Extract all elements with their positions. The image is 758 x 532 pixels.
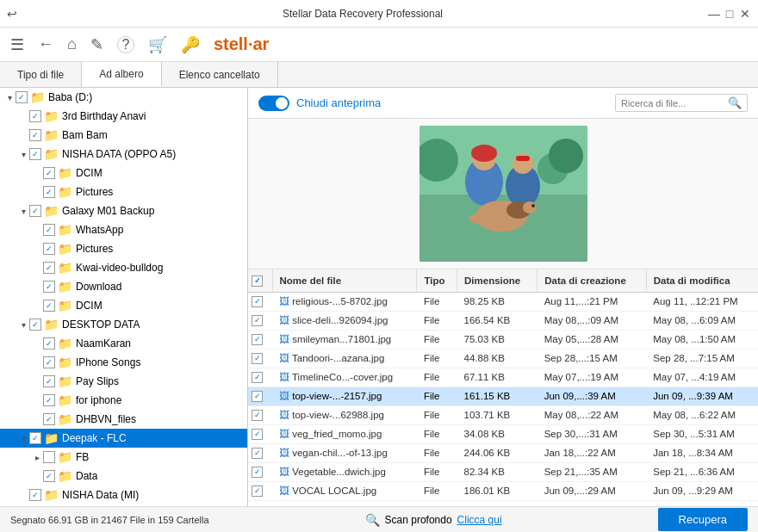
tree-item-checkbox[interactable] <box>29 205 41 217</box>
tree-item-galaxy[interactable]: ▾📁Galaxy M01 Backup <box>0 201 247 220</box>
tree-item-checkbox[interactable] <box>43 451 55 463</box>
table-row[interactable]: 🖼 top-view-...62988.jpgFile103.71 KBMay … <box>248 405 758 424</box>
tree-item-checkbox[interactable] <box>16 91 28 103</box>
menu-icon[interactable]: ☰ <box>10 35 24 54</box>
tree-item-foriphone[interactable]: 📁for iphone <box>0 391 247 410</box>
tree-item-checkbox[interactable] <box>43 470 55 482</box>
tree-item-checkbox[interactable] <box>29 319 41 331</box>
tree-item-checkbox[interactable] <box>43 262 55 274</box>
row-checkbox[interactable] <box>252 353 263 364</box>
row-checkbox[interactable] <box>252 410 263 421</box>
cart-icon[interactable]: 🛒 <box>148 35 167 54</box>
file-size-cell: 44.88 KB <box>457 349 537 368</box>
home-icon[interactable]: ⌂ <box>67 35 77 53</box>
tree-item-desktop[interactable]: ▾📁DESKTOP DATA <box>0 315 247 334</box>
expand-icon[interactable]: ▾ <box>17 319 29 331</box>
col-modified[interactable]: Data di modifica <box>646 269 758 292</box>
row-checkbox[interactable] <box>252 315 263 326</box>
tree-item-checkbox[interactable] <box>43 337 55 350</box>
search-input[interactable] <box>621 98 724 108</box>
col-size[interactable]: Dimensione <box>457 269 537 292</box>
col-type[interactable]: Tipo <box>417 269 457 292</box>
table-row[interactable]: 🖼 top-view-...-2157.jpgFile161.15 KBJun … <box>248 387 758 405</box>
tab-elenco-cancellato[interactable]: Elenco cancellato <box>162 62 278 87</box>
row-checkbox[interactable] <box>252 486 263 497</box>
table-row[interactable]: 🖼 Vegetable...dwich.jpgFile82.34 KBSep 2… <box>248 462 758 481</box>
tree-item-checkbox[interactable] <box>43 167 55 179</box>
tree-item-checkbox[interactable] <box>43 243 55 255</box>
expand-icon[interactable]: ▾ <box>17 148 29 160</box>
tree-item-download[interactable]: 📁Download <box>0 277 247 296</box>
file-name-cell: 🖼 top-view-...-2157.jpg <box>272 387 417 405</box>
row-checkbox[interactable] <box>252 448 263 459</box>
preview-bar: Chiudi anteprima 🔍 <box>248 88 758 119</box>
row-checkbox[interactable] <box>252 467 263 478</box>
row-checkbox[interactable] <box>252 429 263 440</box>
expand-icon[interactable]: ▾ <box>3 91 16 103</box>
key-icon[interactable]: 🔑 <box>181 35 200 54</box>
tree-item-dhbvn[interactable]: 📁DHBVN_files <box>0 410 247 429</box>
tree-item-dcim[interactable]: 📁DCIM <box>0 164 247 182</box>
row-checkbox[interactable] <box>252 391 263 402</box>
expand-icon[interactable]: ▾ <box>17 432 29 444</box>
table-row[interactable]: 🖼 Tandoori-...azana.jpgFile44.88 KBSep 2… <box>248 349 758 368</box>
tree-item-birthday[interactable]: 📁3rd Birthday Anavi <box>0 107 247 126</box>
tree-item-checkbox[interactable] <box>29 110 41 122</box>
row-checkbox[interactable] <box>252 334 263 345</box>
tab-ad-albero[interactable]: Ad albero <box>82 62 161 87</box>
expand-icon[interactable]: ▸ <box>31 451 43 463</box>
tree-item-nishami[interactable]: 📁NISHA Data (MI) <box>0 486 247 504</box>
close-button[interactable]: ✕ <box>739 8 751 20</box>
row-checkbox[interactable] <box>252 372 263 383</box>
tree-item-baba[interactable]: ▾📁Baba (D:) <box>0 88 247 107</box>
col-created[interactable]: Data di creazione <box>537 269 647 292</box>
tree-item-deepak[interactable]: ▾📁Deepak - FLC <box>0 429 247 448</box>
tree-item-checkbox[interactable] <box>29 432 41 444</box>
tree-item-checkbox[interactable] <box>43 281 55 293</box>
table-row[interactable]: 🖼 religious-...5-8702.jpgFile98.25 KBAug… <box>248 292 758 311</box>
tree-item-checkbox[interactable] <box>29 489 41 501</box>
tree-item-checkbox[interactable] <box>43 224 55 236</box>
preview-toggle[interactable] <box>258 96 289 111</box>
table-row[interactable]: 🖼 smileyman...71801.jpgFile75.03 KBMay 0… <box>248 330 758 349</box>
tree-item-checkbox[interactable] <box>43 413 55 425</box>
tree-item-kwai[interactable]: 📁Kwai-video-bulldog <box>0 258 247 277</box>
tree-item-bambam[interactable]: 📁Bam Bam <box>0 126 247 145</box>
tree-item-fb[interactable]: ▸📁FB <box>0 448 247 467</box>
table-row[interactable]: 🖼 TimelineCo...-cover.jpgFile67.11 KBMay… <box>248 368 758 387</box>
tree-item-checkbox[interactable] <box>29 129 41 141</box>
tree-item-pictures2[interactable]: 📁Pictures <box>0 239 247 258</box>
tree-item-dcim2[interactable]: 📁DCIM <box>0 296 247 315</box>
file-size-cell: 103.71 KB <box>457 405 537 424</box>
tree-item-iphone[interactable]: 📁IPhone Songs <box>0 353 247 372</box>
tree-item-whatsapp[interactable]: 📁WhatsApp <box>0 220 247 239</box>
file-name-cell: 🖼 vegan-chil...-of-13.jpg <box>272 443 417 462</box>
scan-link[interactable]: Clicca qui <box>457 514 502 526</box>
tree-item-checkbox[interactable] <box>43 186 55 198</box>
help-icon[interactable]: ? <box>117 36 134 53</box>
col-name[interactable]: Nome del file <box>272 269 417 292</box>
minimize-button[interactable]: — <box>708 8 720 20</box>
tree-item-payslips[interactable]: 📁Pay Slips <box>0 372 247 391</box>
row-checkbox[interactable] <box>252 296 263 307</box>
back-icon[interactable]: ← <box>38 35 53 53</box>
tree-item-checkbox[interactable] <box>43 300 55 312</box>
table-row[interactable]: 🖼 veg_fried_momo.jpgFile34.08 KBSep 30,.… <box>248 424 758 443</box>
edit-icon[interactable]: ✎ <box>90 35 103 54</box>
tree-item-checkbox[interactable] <box>43 375 55 387</box>
table-row[interactable]: 🖼 slice-deli...926094.jpgFile166.54 KBMa… <box>248 311 758 330</box>
expand-icon[interactable]: ▾ <box>17 205 29 217</box>
tree-item-checkbox[interactable] <box>43 356 55 368</box>
tree-item-pictures[interactable]: 📁Pictures <box>0 182 247 201</box>
tree-item-nisha[interactable]: ▾📁NISHA DATA (OPPO A5) <box>0 145 247 164</box>
table-row[interactable]: 🖼 vegan-chil...-of-13.jpgFile244.06 KBJa… <box>248 443 758 462</box>
tree-item-data[interactable]: 📁Data <box>0 467 247 486</box>
tree-item-wfh[interactable]: 📁WFH <box>0 504 247 506</box>
tree-item-checkbox[interactable] <box>43 394 55 406</box>
table-row[interactable]: 🖼 VOCAL LOCAL.jpgFile186.01 KBJun 09,...… <box>248 481 758 500</box>
recover-button[interactable]: Recupera <box>658 508 748 531</box>
tree-item-naamkaran[interactable]: 📁NaamKaran <box>0 334 247 353</box>
tree-item-checkbox[interactable] <box>29 148 41 160</box>
maximize-button[interactable]: □ <box>724 8 736 20</box>
tab-tipo-di-file[interactable]: Tipo di file <box>0 62 82 87</box>
